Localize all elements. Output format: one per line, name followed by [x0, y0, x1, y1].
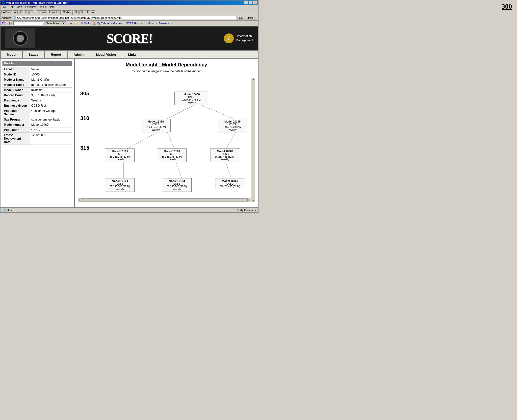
search-button[interactable]: Search	[37, 10, 47, 14]
yahoo-answers-link[interactable]: Answers	[158, 22, 169, 25]
model-owner-value: mkhalfin	[30, 88, 72, 93]
level-310: 310	[80, 115, 89, 122]
status-bar: 🌐 Done 🖥 My Computer	[0, 207, 258, 212]
node-10400-count: 9,587,341 (9.2 M)	[176, 99, 207, 101]
print-button[interactable]: 🖨	[85, 10, 90, 14]
node-10350-group: CCSG	[217, 182, 243, 185]
node-10195r-group: CSBS	[219, 123, 246, 126]
model-node-10400[interactable]: Model 10400 CNSC 9,587,341 (9.2 M) Weekl…	[174, 92, 209, 105]
toolbar-sep-2	[72, 10, 73, 15]
node-10196-freq: Weekly	[159, 158, 185, 161]
nav-links[interactable]: Links	[122, 51, 143, 58]
title-bar: 🌐 Model dependency - Microsoft Internet …	[0, 0, 258, 5]
menu-file[interactable]: File	[1, 5, 6, 8]
latest-deployment-value: 12/12/2005	[30, 133, 72, 145]
yahoo-sep-4: ·	[143, 22, 144, 25]
scroll-down[interactable]: ▼	[251, 199, 255, 202]
node-10389-count: 35,233,435 (32 M)	[212, 155, 238, 158]
node-10389-group: CCSG	[212, 153, 238, 155]
nav-model[interactable]: Model	[0, 51, 23, 58]
home-button[interactable]: ⌂	[29, 10, 33, 14]
nav-report[interactable]: Report	[45, 51, 68, 58]
yahoo-ncaa-link[interactable]: NCAA Hoops	[126, 22, 142, 25]
nav-model-vision[interactable]: Model Vision	[90, 51, 122, 58]
business-group-value: CCSG Risk	[30, 103, 72, 108]
model-node-19384[interactable]: Model 19384 CSBS 35,245,245 (32 M) Weekl…	[141, 119, 171, 132]
model-node-10195-right[interactable]: Model 10195 CSBS 9,455,234 (9.2 M) Weekl…	[218, 119, 247, 132]
maximize-button[interactable]: □	[249, 1, 253, 4]
node-19384-group: CSBS	[143, 123, 169, 126]
favorites-button[interactable]: Favorites	[48, 10, 61, 14]
node-10193-freq: Weekly	[164, 188, 190, 191]
details-table: Label Value Model ID 10400 Modeler Name …	[2, 67, 72, 145]
menu-tools[interactable]: Tools	[40, 5, 46, 8]
svg-line-0	[167, 105, 194, 119]
history-button[interactable]: ⊞	[74, 10, 78, 14]
node-19384-freq: Weekly	[143, 128, 169, 131]
sas-program-label: Sas Program	[2, 117, 30, 122]
right-panel: Model Insight - Model Dependency * Click…	[75, 59, 258, 207]
refresh-button[interactable]: ⟳	[24, 10, 28, 14]
model-node-10389[interactable]: Model 10389 CCSG 35,233,435 (32 M) Weekl…	[210, 148, 240, 162]
yahoo-mail-link[interactable]: ✉ Mail	[81, 22, 89, 25]
forward-button[interactable]: ➡	[13, 10, 18, 14]
minimize-button[interactable]: −	[244, 1, 248, 4]
media-button[interactable]: Media	[62, 10, 71, 14]
yahoo-logo: Y! · ℓ·	[1, 21, 12, 25]
table-row: Model Owner mkhalfin	[2, 88, 72, 93]
table-row: Modeler Name Marat Khalfin	[2, 77, 72, 82]
model-node-10350[interactable]: Model 10350 CCSG 35,233,435 (32 M)	[215, 178, 245, 189]
title-bar-left: 🌐 Model dependency - Microsoft Internet …	[1, 1, 68, 4]
yahoo-games-link[interactable]: Games	[113, 22, 122, 25]
browser-icon: 🌐	[1, 1, 5, 4]
info-icon: i	[224, 33, 234, 43]
model-node-10193[interactable]: Model 10193 CSBS 35,245,245 (32 M) Weekl…	[162, 178, 192, 192]
links-button[interactable]: Links »	[245, 16, 257, 20]
yahoo-search-button[interactable]: Search Web ▼	[45, 21, 66, 25]
toolbar-sep-1	[35, 10, 35, 15]
address-input[interactable]	[16, 16, 236, 20]
nav-admin[interactable]: Admin	[68, 51, 90, 58]
close-button[interactable]: ×	[253, 1, 257, 4]
go-button[interactable]: Go	[237, 16, 244, 20]
scrollbar-track	[81, 198, 248, 201]
edit-btn[interactable]: ✏	[91, 10, 95, 14]
model-node-10196[interactable]: Model 10196 CSBS 35,245,245 (32 M) Weekl…	[157, 148, 187, 162]
table-row: Population CNSC	[2, 127, 72, 133]
model-node-10194[interactable]: Model 10194 CSBS 35,245,245 (32 M) Weekl…	[105, 178, 135, 192]
yahoo-music-link[interactable]: ♪ Music	[146, 22, 155, 25]
menu-edit[interactable]: Edit	[9, 5, 14, 8]
node-10389-name: Model 10389	[212, 150, 238, 153]
model-node-10195-left[interactable]: Model 10195 CSBS 35,245,245 (32 M) Weekl…	[105, 148, 135, 162]
menu-help[interactable]: Help	[49, 5, 54, 8]
menu-view[interactable]: View	[17, 5, 23, 8]
scroll-right[interactable]: ►	[248, 198, 251, 201]
node-10400-freq: Weekly	[176, 101, 207, 104]
table-row: Record Count 9,667,089 (9.7 M)	[2, 93, 72, 98]
scroll-left[interactable]: ◄	[78, 198, 81, 201]
back-button[interactable]: ⬅ Back	[1, 10, 12, 14]
yahoo-sep-5: ·	[156, 22, 157, 25]
node-10193-group: CSBS	[164, 182, 190, 185]
node-10194-freq: Weekly	[107, 188, 133, 191]
nav-status[interactable]: Status	[23, 51, 45, 58]
yahoo-pencil[interactable]: ✏	[70, 22, 72, 25]
yahoo-myyahoo-link[interactable]: 🏠 My Yahoo!	[93, 22, 110, 25]
model-id-label: Model ID	[2, 72, 30, 77]
vertical-scrollbar[interactable]: ▲ ▼	[251, 78, 255, 202]
scroll-up[interactable]: ▲	[251, 78, 255, 81]
menu-favorites[interactable]: Favorites	[25, 5, 36, 8]
toolbar: ⬅ Back ➡ ✕ ⟳ ⌂ Search Favorites Media ⊞ …	[0, 9, 258, 15]
stop-button[interactable]: ✕	[19, 10, 23, 14]
logo-circle	[13, 31, 28, 46]
yahoo-search-input[interactable]	[13, 21, 43, 25]
header-logo-left	[5, 28, 35, 48]
yahoo-star[interactable]: ⭐	[74, 22, 77, 25]
business-group-label: Business Group	[2, 103, 30, 108]
node-10195l-name: Model 10195	[107, 150, 133, 153]
svg-line-2	[127, 131, 159, 148]
horizontal-scrollbar[interactable]: ◄ ►	[78, 198, 251, 202]
mail-button[interactable]: ✉	[79, 10, 84, 14]
address-bar: Address 🌐 Go Links »	[0, 15, 258, 21]
node-10389-freq: Weekly	[212, 158, 238, 161]
